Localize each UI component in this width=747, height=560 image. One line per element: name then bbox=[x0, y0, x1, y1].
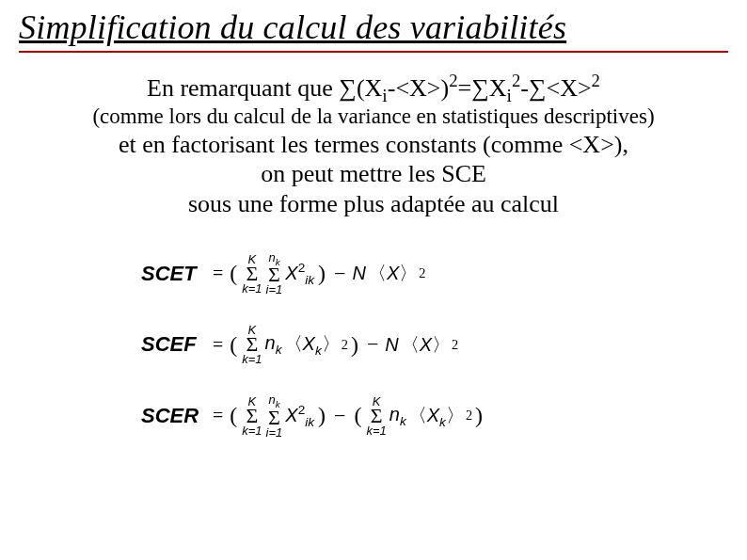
sum-i-icon: nk Σ i=1 bbox=[266, 251, 283, 296]
x-var: X bbox=[420, 334, 432, 355]
scer-lhs: SCER bbox=[141, 404, 209, 428]
sum-bot: k=1 bbox=[242, 424, 262, 437]
outer-sq: 2 bbox=[452, 337, 458, 353]
sum-bot: i=1 bbox=[266, 426, 283, 439]
x-var: X bbox=[285, 262, 297, 282]
sum-i-icon: nk Σ i=1 bbox=[266, 393, 283, 438]
x-sub: ik bbox=[305, 415, 314, 429]
equation-scef: SCEF = ( K Σ k=1 nk 〈Xk〉 2 ) − N 〈X〉 2 bbox=[141, 324, 728, 365]
close-paren: ) bbox=[315, 403, 328, 428]
body-text: En remarquant que ∑(Xi-<X>)2=∑Xi2-∑<X>2 … bbox=[19, 73, 728, 219]
n-sub: k bbox=[400, 414, 406, 428]
scef-lhs: SCEF bbox=[141, 332, 209, 357]
n-term: N bbox=[351, 263, 366, 284]
sum-bot: k=1 bbox=[242, 282, 262, 295]
inline-mid3: -∑<X> bbox=[520, 74, 591, 102]
nk-term: nk bbox=[389, 404, 407, 428]
mean-xk: 〈Xk〉 bbox=[407, 403, 466, 429]
close-paren: ) bbox=[472, 403, 485, 428]
inline-mid1: -<X>) bbox=[388, 74, 449, 102]
angle-open: 〈 bbox=[401, 334, 420, 355]
equations-block: SCET = ( K Σ k=1 nk Σ i=1 X2ik ) − N 〈X〉… bbox=[19, 251, 728, 439]
sum-k-icon: K Σ k=1 bbox=[242, 253, 262, 295]
equation-scer: SCER = ( K Σ k=1 nk Σ i=1 X2ik ) − ( K Σ bbox=[141, 393, 728, 438]
angle-open: 〈 bbox=[368, 263, 387, 283]
x-ik-squared: X2ik bbox=[284, 261, 315, 287]
minus-sign: − bbox=[361, 332, 384, 357]
xk-var: X bbox=[303, 333, 315, 354]
line1-prefix: En remarquant que bbox=[147, 74, 339, 102]
outer-sq: 2 bbox=[419, 265, 425, 281]
equals-sign: = bbox=[209, 263, 227, 284]
mean-xk: 〈Xk〉 bbox=[283, 331, 342, 358]
equation-scet: SCET = ( K Σ k=1 nk Σ i=1 X2ik ) − N 〈X〉… bbox=[141, 251, 728, 296]
open-paren: ( bbox=[227, 261, 240, 286]
inline-sup1: 2 bbox=[449, 71, 457, 90]
open-paren: ( bbox=[227, 332, 240, 358]
inline-sup3: 2 bbox=[592, 71, 600, 90]
minus-sign: − bbox=[328, 404, 351, 428]
body-line-4: on peut mettre les SCE bbox=[19, 159, 728, 189]
slide: Simplification du calcul des variabilité… bbox=[0, 0, 747, 560]
sum-k-icon: K Σ k=1 bbox=[242, 395, 262, 437]
body-line-2: (comme lors du calcul de la variance en … bbox=[19, 104, 728, 130]
angle-open: 〈 bbox=[408, 405, 427, 425]
xk-sub: k bbox=[315, 344, 322, 358]
angle-close: 〉 bbox=[446, 405, 465, 425]
angle-close: 〉 bbox=[432, 334, 451, 355]
sum-bot: k=1 bbox=[366, 424, 386, 437]
body-line-1: En remarquant que ∑(Xi-<X>)2=∑Xi2-∑<X>2 bbox=[19, 73, 728, 104]
equals-sign: = bbox=[209, 405, 227, 426]
mean-x: 〈X〉 bbox=[400, 332, 452, 358]
n-sub: k bbox=[276, 343, 282, 357]
sum-k-icon: K Σ k=1 bbox=[242, 324, 262, 365]
slide-title: Simplification du calcul des variabilité… bbox=[19, 8, 728, 53]
x-sub: ik bbox=[305, 272, 314, 286]
sum-k-icon: K Σ k=1 bbox=[366, 395, 386, 437]
angle-close: 〉 bbox=[399, 263, 418, 283]
minus-sign: − bbox=[328, 262, 351, 286]
mean-x-var: X bbox=[387, 263, 399, 283]
n-var: n bbox=[265, 332, 276, 353]
sum-bot: k=1 bbox=[242, 353, 262, 365]
x-var: X bbox=[285, 405, 297, 425]
mean-x: 〈X〉 bbox=[367, 261, 419, 286]
xk-sub: k bbox=[439, 415, 446, 429]
outer-sq: 2 bbox=[342, 337, 348, 353]
inline-mid2: =∑X bbox=[458, 74, 507, 102]
sum-bot: i=1 bbox=[266, 283, 283, 296]
inline-formula-part: ∑(X bbox=[339, 74, 382, 102]
body-line-3: et en factorisant les termes constants (… bbox=[19, 130, 728, 160]
equals-sign: = bbox=[209, 334, 227, 356]
xk-var: X bbox=[427, 405, 439, 425]
body-line-5: sous une forme plus adaptée au calcul bbox=[19, 189, 728, 219]
x-ik-squared: X2ik bbox=[284, 403, 315, 429]
outer-sq: 2 bbox=[466, 408, 472, 424]
close-paren: ) bbox=[348, 332, 361, 358]
close-paren: ) bbox=[315, 261, 328, 286]
angle-open: 〈 bbox=[284, 333, 303, 354]
n-var: n bbox=[389, 404, 400, 424]
inline-sup2: 2 bbox=[512, 71, 520, 90]
open-paren: ( bbox=[227, 403, 240, 428]
open-paren: ( bbox=[351, 403, 364, 428]
angle-close: 〉 bbox=[322, 333, 341, 354]
n-term: N bbox=[384, 334, 399, 356]
scet-lhs: SCET bbox=[141, 262, 209, 286]
nk-term: nk bbox=[264, 332, 283, 357]
